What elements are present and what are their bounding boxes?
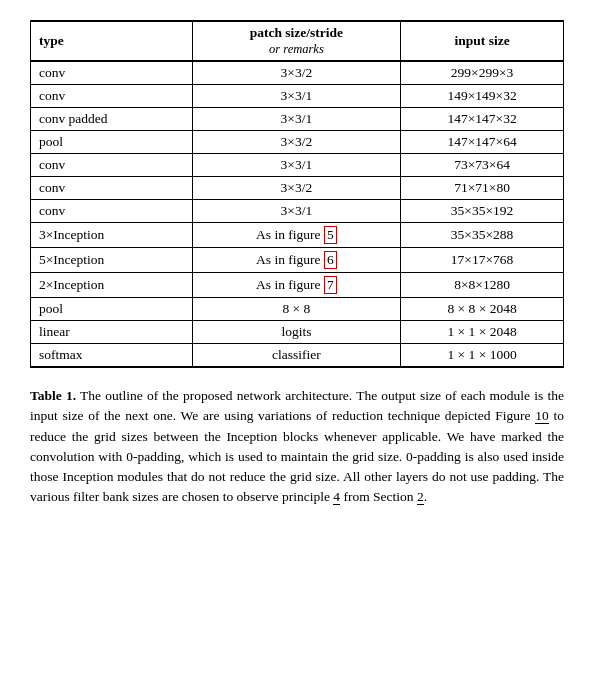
cell-patch: As in figure 6: [192, 248, 400, 273]
cell-patch: 3×3/1: [192, 200, 400, 223]
table-row: 3×InceptionAs in figure 535×35×288: [31, 223, 564, 248]
cell-input: 149×149×32: [401, 85, 564, 108]
caption-text1: The outline of the proposed network arch…: [30, 388, 564, 423]
architecture-table: type patch size/stride or remarks input …: [30, 20, 564, 368]
cell-input: 8 × 8 × 2048: [401, 298, 564, 321]
figure-ref[interactable]: 6: [324, 251, 337, 269]
cell-patch: 3×3/2: [192, 61, 400, 85]
cell-input: 17×17×768: [401, 248, 564, 273]
table-row: linearlogits1 × 1 × 2048: [31, 321, 564, 344]
cell-patch: 3×3/2: [192, 131, 400, 154]
caption-text3: from Section: [340, 489, 417, 504]
cell-type: 3×Inception: [31, 223, 193, 248]
cell-patch: 3×3/1: [192, 85, 400, 108]
cell-type: conv: [31, 154, 193, 177]
cell-type: conv padded: [31, 108, 193, 131]
caption-link3[interactable]: 2: [417, 489, 424, 505]
table-row: conv3×3/135×35×192: [31, 200, 564, 223]
caption-link1[interactable]: 10: [535, 408, 549, 424]
caption-text4: .: [424, 489, 427, 504]
col-header-input: input size: [401, 21, 564, 61]
col-header-type: type: [31, 21, 193, 61]
cell-type: conv: [31, 85, 193, 108]
cell-input: 299×299×3: [401, 61, 564, 85]
cell-input: 1 × 1 × 1000: [401, 344, 564, 368]
cell-patch: classifier: [192, 344, 400, 368]
cell-patch: 8 × 8: [192, 298, 400, 321]
cell-type: pool: [31, 131, 193, 154]
table-row: pool3×3/2147×147×64: [31, 131, 564, 154]
cell-type: conv: [31, 200, 193, 223]
table-row: 2×InceptionAs in figure 78×8×1280: [31, 273, 564, 298]
cell-input: 73×73×64: [401, 154, 564, 177]
table-row: 5×InceptionAs in figure 617×17×768: [31, 248, 564, 273]
cell-patch: 3×3/1: [192, 154, 400, 177]
cell-type: linear: [31, 321, 193, 344]
cell-patch: 3×3/1: [192, 108, 400, 131]
table-row: conv3×3/173×73×64: [31, 154, 564, 177]
cell-patch: 3×3/2: [192, 177, 400, 200]
col-header-patch: patch size/stride or remarks: [192, 21, 400, 61]
cell-input: 147×147×32: [401, 108, 564, 131]
cell-input: 147×147×64: [401, 131, 564, 154]
cell-patch: logits: [192, 321, 400, 344]
cell-input: 71×71×80: [401, 177, 564, 200]
figure-ref[interactable]: 5: [324, 226, 337, 244]
cell-patch: As in figure 5: [192, 223, 400, 248]
cell-patch: As in figure 7: [192, 273, 400, 298]
table-row: softmaxclassifier1 × 1 × 1000: [31, 344, 564, 368]
caption-label: Table 1.: [30, 388, 76, 403]
cell-input: 35×35×288: [401, 223, 564, 248]
cell-type: conv: [31, 177, 193, 200]
cell-input: 8×8×1280: [401, 273, 564, 298]
cell-type: pool: [31, 298, 193, 321]
cell-type: 5×Inception: [31, 248, 193, 273]
table-row: conv3×3/271×71×80: [31, 177, 564, 200]
table-row: pool8 × 88 × 8 × 2048: [31, 298, 564, 321]
cell-type: conv: [31, 61, 193, 85]
table-row: conv3×3/2299×299×3: [31, 61, 564, 85]
cell-input: 1 × 1 × 2048: [401, 321, 564, 344]
cell-type: 2×Inception: [31, 273, 193, 298]
table-row: conv3×3/1149×149×32: [31, 85, 564, 108]
cell-input: 35×35×192: [401, 200, 564, 223]
cell-type: softmax: [31, 344, 193, 368]
table-caption: Table 1. The outline of the proposed net…: [30, 386, 564, 508]
figure-ref[interactable]: 7: [324, 276, 337, 294]
table-row: conv padded3×3/1147×147×32: [31, 108, 564, 131]
